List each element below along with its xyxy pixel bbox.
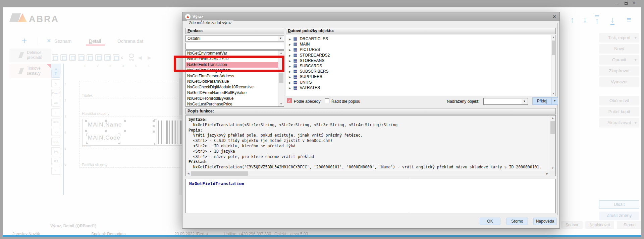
expand-icon[interactable] — [289, 53, 291, 58]
window-bottom-accent — [3, 235, 641, 237]
add-button[interactable]: Přidej — [532, 97, 552, 105]
table-icon — [293, 36, 297, 41]
table-icon — [293, 74, 297, 79]
tree-item-units[interactable]: UNITS — [286, 80, 555, 85]
expand-icon[interactable] — [289, 36, 291, 41]
function-description-panel: Syntaxe: NxGetFieldTranslation(<Str1>:St… — [185, 115, 556, 176]
scrollbar-thumb[interactable] — [279, 73, 283, 83]
table-icon — [293, 53, 297, 58]
table-icon — [293, 80, 297, 85]
tree-item-subscribers[interactable]: SUBSCRIBERS — [286, 69, 555, 74]
function-filter-input[interactable] — [185, 43, 284, 50]
add-dropdown-icon[interactable] — [552, 97, 558, 105]
table-icon — [293, 69, 297, 74]
add-button-group: Přidej — [532, 97, 558, 105]
sort-by-description-label: Řadit dle popisu — [331, 99, 360, 104]
tree-item-vatrates[interactable]: VATRATES — [286, 85, 555, 90]
tree-scrollbar[interactable] — [551, 35, 555, 96]
function-list-item[interactable]: NxGetIDFromNamedRollByValue — [186, 90, 278, 96]
tree-item-subcards[interactable]: SUBCARDS — [286, 63, 555, 69]
table-icon — [293, 85, 297, 90]
expand-icon[interactable] — [289, 42, 291, 47]
dialog-close-icon[interactable]: × — [552, 13, 556, 20]
desktop-frame: – × ABRA ↑ ↓ ↑ ↓ ≡ + × Definicepřekladů … — [0, 0, 644, 239]
expression-editor[interactable]: NxGetFieldTranslation — [185, 179, 556, 213]
parent-object-select[interactable] — [483, 98, 528, 105]
storno-button[interactable]: Storno — [506, 218, 528, 225]
expand-icon[interactable] — [289, 74, 291, 79]
tree-item-pictures[interactable]: PICTURES — [286, 47, 555, 52]
function-description-text: Syntaxe: NxGetFieldTranslation(<Str1>:St… — [186, 115, 550, 171]
expand-icon[interactable] — [289, 47, 291, 52]
function-list-item[interactable]: NxGetCheckDigitModulo10Recursive — [186, 84, 278, 90]
scroll-right-icon[interactable] — [545, 171, 550, 176]
table-icon — [293, 58, 297, 63]
dialog-title: Výraz — [193, 14, 203, 19]
description-header: Popis funkce: — [185, 108, 556, 114]
function-list-item[interactable]: NxGetIDFromRollByValue — [186, 96, 278, 101]
expression-value: NxGetFieldTranslation — [189, 181, 244, 186]
tree-item-storeeans[interactable]: STOREEANS — [286, 58, 555, 63]
window-maximize-icon[interactable] — [625, 2, 628, 5]
ok-button[interactable]: OK — [480, 218, 500, 225]
scrollbar-thumb[interactable] — [191, 171, 248, 176]
functions-header: Funkce: — [185, 28, 284, 34]
scroll-up-icon[interactable] — [278, 51, 284, 56]
scroll-up-icon[interactable] — [550, 115, 555, 121]
scrollbar-thumb[interactable] — [550, 121, 555, 134]
function-list-item[interactable]: NxGetGlobParamValue — [186, 79, 278, 84]
description-vertical-scrollbar[interactable] — [550, 115, 555, 171]
tree-item-main[interactable]: MAIN — [286, 42, 555, 47]
expand-icon[interactable] — [289, 69, 291, 74]
window-close-icon[interactable]: × — [633, 1, 635, 6]
scroll-down-icon[interactable] — [550, 166, 555, 171]
tree-item-suppliers[interactable]: SUPPLIERS — [286, 74, 555, 79]
scrollbar-thumb[interactable] — [552, 41, 555, 55]
scrollbar-corner — [550, 171, 555, 176]
expand-icon[interactable] — [289, 64, 291, 68]
window-minimize-icon[interactable]: – — [616, 1, 619, 6]
sort-alphabetical-label: Podle abecedy — [294, 99, 320, 104]
scroll-up-icon[interactable] — [551, 35, 555, 39]
scroll-down-icon[interactable] — [551, 92, 555, 96]
groupbox-label: Zde můžete zadat výraz — [187, 20, 233, 25]
sort-by-description-checkbox[interactable] — [325, 98, 329, 103]
abra-dialog-icon — [185, 14, 191, 19]
dialog-titlebar[interactable]: Výraz × — [182, 12, 559, 21]
chevron-down-icon[interactable] — [278, 36, 283, 41]
expand-icon[interactable] — [289, 58, 291, 63]
table-icon — [293, 64, 297, 68]
data-objects-tree[interactable]: DRCARTICLES MAIN PICTURES STORECARDS2 ST… — [286, 35, 556, 96]
chevron-down-icon[interactable] — [522, 99, 527, 104]
tree-item-storecards2[interactable]: STORECARDS2 — [286, 53, 555, 58]
function-list-item[interactable]: NxGetFirmPersonAddress — [186, 73, 278, 79]
table-icon — [293, 47, 297, 52]
scroll-down-icon[interactable] — [278, 101, 284, 106]
function-category-select[interactable]: Ostatní — [185, 35, 284, 42]
expand-icon[interactable] — [289, 80, 291, 85]
tree-item-drcarticles[interactable]: DRCARTICLES — [286, 36, 555, 42]
editor-split-divider[interactable] — [408, 179, 408, 213]
expand-icon[interactable] — [289, 85, 291, 90]
data-objects-header: Datové položky objektu: — [286, 28, 556, 34]
sort-alphabetical-checkbox[interactable] — [287, 98, 292, 103]
help-button[interactable]: Nápověda — [533, 218, 557, 225]
expression-dialog: Výraz × Zde můžete zadat výraz Funkce: O… — [182, 12, 560, 229]
scroll-left-icon[interactable] — [186, 171, 191, 176]
description-horizontal-scrollbar[interactable] — [186, 171, 550, 176]
parent-object-label: Nadřazený objekt: — [436, 99, 479, 104]
annotation-highlight-box — [174, 56, 284, 72]
function-list-item[interactable]: NxGetLastPurchasePrice — [186, 101, 278, 107]
table-icon — [293, 42, 297, 47]
